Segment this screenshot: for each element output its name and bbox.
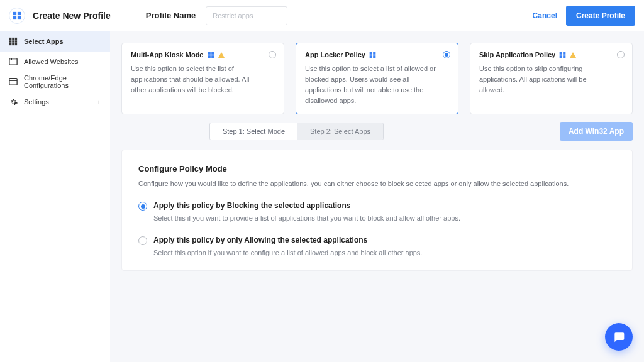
option-label: Apply this policy by Blocking the select… [153,201,350,210]
svg-rect-12 [15,43,18,46]
svg-rect-10 [9,43,12,46]
svg-rect-9 [15,40,18,43]
option-help: Select this option if you want to config… [153,249,616,256]
sidebar: Select Apps Allowed Websites Chrome/Edge… [0,31,110,362]
layout: Select Apps Allowed Websites Chrome/Edge… [0,31,644,362]
svg-rect-25 [373,55,375,58]
sidebar-item-label: Settings [24,98,49,106]
svg-rect-19 [211,52,214,54]
triangle-icon [570,52,576,58]
svg-rect-21 [211,55,214,58]
card-title: App Locker Policy [305,51,436,58]
svg-rect-1 [18,11,21,14]
profile-name-group: Profile Name [146,6,287,25]
radio-icon[interactable] [138,202,147,211]
card-title: Multi-App Kiosk Mode [131,51,262,58]
svg-rect-23 [373,52,375,54]
svg-rect-2 [13,16,16,19]
steps-tabs: Step 1: Select Mode Step 2: Select Apps [209,123,384,140]
page-title: Create New Profile [33,11,111,21]
sidebar-item-select-apps[interactable]: Select Apps [0,31,110,52]
radio-icon[interactable] [269,51,276,58]
steps-right: Add Win32 App [560,122,633,141]
mode-card-app-locker[interactable]: App Locker Policy Use this option to sel… [296,43,458,114]
mode-cards-row: Multi-App Kiosk Mode Use this option to … [121,43,633,114]
card-title-text: Skip Application Policy [479,51,555,58]
profile-name-label: Profile Name [146,11,196,20]
cancel-button[interactable]: Cancel [533,11,557,20]
topbar: Create New Profile Profile Name Cancel C… [0,0,644,31]
windows-icon [369,52,376,58]
add-win32-app-button[interactable]: Add Win32 App [560,122,633,141]
sidebar-item-settings[interactable]: Settings + [0,92,110,112]
svg-rect-3 [18,16,21,19]
option-help: Select this if you want to provide a lis… [153,214,616,222]
mode-card-multi-app[interactable]: Multi-App Kiosk Mode Use this option to … [121,43,284,114]
sidebar-item-label: Chrome/Edge Configurations [24,74,101,89]
windows-logo-icon [9,8,25,24]
policy-option-allow[interactable]: Apply this policy by only Allowing the s… [138,236,616,245]
main-content: Multi-App Kiosk Mode Use this option to … [110,31,644,362]
radio-icon[interactable] [138,236,147,245]
grid-icon [9,37,18,46]
card-title: Skip Application Policy [479,51,611,58]
create-profile-button[interactable]: Create Profile [566,6,635,26]
sidebar-item-label: Allowed Websites [24,58,79,65]
card-description: Use this option to select a list of allo… [305,63,436,106]
configure-panel: Configure Policy Mode Configure how you … [121,150,633,271]
svg-rect-29 [563,55,565,58]
card-title-text: Multi-App Kiosk Mode [131,51,204,58]
chat-fab[interactable] [605,323,633,351]
window-icon [9,77,18,86]
svg-rect-28 [560,55,562,58]
svg-rect-13 [9,58,17,65]
browser-icon [9,57,18,66]
tab-step-2[interactable]: Step 2: Select Apps [297,123,383,140]
svg-rect-20 [208,55,210,58]
svg-rect-16 [9,79,17,85]
card-title-text: App Locker Policy [305,51,365,58]
svg-rect-22 [370,52,372,54]
windows-icon [559,52,566,58]
sidebar-item-chrome-edge[interactable]: Chrome/Edge Configurations [0,72,110,92]
policy-option-block[interactable]: Apply this policy by Blocking the select… [138,201,616,211]
gear-icon [9,97,18,106]
panel-title: Configure Policy Mode [138,164,616,173]
radio-icon[interactable] [443,51,450,58]
card-description: Use this option to select the list of ap… [131,63,262,96]
panel-subtitle: Configure how you would like to define t… [138,180,616,187]
svg-rect-7 [9,40,12,43]
svg-rect-18 [208,52,210,54]
profile-name-input[interactable] [206,6,287,25]
plus-icon[interactable]: + [96,97,101,107]
svg-rect-27 [563,52,565,54]
svg-rect-6 [15,38,18,40]
svg-rect-8 [12,40,14,43]
windows-icon [208,52,214,58]
tab-step-1[interactable]: Step 1: Select Mode [210,123,297,140]
svg-rect-24 [370,55,372,58]
sidebar-item-allowed-websites[interactable]: Allowed Websites [0,52,110,72]
mode-card-skip[interactable]: Skip Application Policy Use this option … [470,43,633,114]
svg-rect-26 [560,52,562,54]
topbar-actions: Cancel Create Profile [533,6,635,26]
card-description: Use this option to skip configuring appl… [479,63,611,96]
svg-rect-11 [12,43,14,46]
option-label: Apply this policy by only Allowing the s… [153,236,367,244]
chat-icon [613,331,625,343]
svg-rect-0 [13,11,16,14]
steps-row: Step 1: Select Mode Step 2: Select Apps … [121,122,633,141]
triangle-icon [218,52,225,58]
svg-rect-4 [9,38,12,40]
sidebar-item-label: Select Apps [24,38,64,45]
svg-rect-5 [12,38,14,40]
radio-icon[interactable] [617,51,625,58]
